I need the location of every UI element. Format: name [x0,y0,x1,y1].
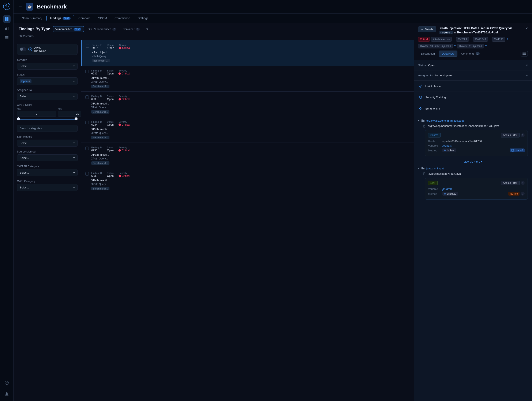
vuln-count: 3892 [74,28,81,31]
table-row[interactable]: Finding ID 6935 Status Open Severity [81,91,414,117]
owasp-select[interactable]: Select... ▾ [17,169,77,176]
tab-comments[interactable]: Comments 0 [458,51,482,57]
tag-plus-6[interactable]: + [485,44,487,48]
svg-rect-11 [5,39,8,39]
sidebar-icon-user[interactable] [3,390,11,398]
tab-scan-summary[interactable]: Scan Summary [19,15,46,21]
link-issue-action[interactable]: Link to Issue [414,81,532,92]
toggle-switch[interactable] [20,47,26,51]
finding-checkbox[interactable] [85,172,89,175]
status-select[interactable]: Open × ▾ [17,78,77,85]
table-row[interactable]: Finding ID 6934 Status Open Severity [81,117,414,143]
tab-description[interactable]: Description [418,51,438,57]
tag-plus-4[interactable]: + [507,37,508,42]
type-tab-container[interactable]: Container 0 [120,26,142,32]
sink-add-filter-button[interactable]: Add as Filter [501,181,519,185]
tag-plus-3[interactable]: + [489,37,491,42]
cvss-range-slider[interactable] [17,118,77,121]
tab-compare[interactable]: Compare [75,15,94,21]
line-badge[interactable]: Line 40 [510,149,525,152]
type-tab-vulnerabilities[interactable]: Vulnerabilities 3892 [53,26,84,32]
assigned-select[interactable]: Select... ▾ [17,93,77,100]
table-row[interactable]: Finding ID 6936 Status Open Severity [81,66,414,91]
svg-rect-10 [5,38,8,38]
cwe-select[interactable]: Select... ▾ [17,184,77,191]
finding-checkbox[interactable] [85,147,89,150]
type-tab-s[interactable]: S [143,26,151,32]
tag-cwe-643[interactable]: CWE 643 [473,37,488,42]
help-icon[interactable]: ? [521,181,525,185]
range-thumb-min[interactable] [17,117,20,120]
app-logo[interactable] [3,3,11,10]
detail-close-button[interactable]: × [526,26,528,31]
view-more-button[interactable]: View 30 more ▾ [418,158,528,165]
source-method-select[interactable]: Select... ▾ [17,154,77,161]
severity-badge: Critical [119,149,130,152]
tab-findings[interactable]: Findings 3892 [46,15,74,21]
finding-checkbox[interactable] [86,44,89,48]
tag-xpath-injection[interactable]: XPath Injection [431,37,452,42]
help-icon[interactable]: ? [521,192,525,196]
tag-owasp-injection[interactable]: OWASP a03-2021-injection [418,44,453,48]
sink-file[interactable]: javax/xml/xpath/XPath.java [418,171,528,176]
route-value: /xpathi-00/BenchmarkTest01736 [443,140,482,143]
tag-plus-1[interactable]: + [453,37,455,42]
range-thumb-max[interactable] [75,117,77,120]
finding-checkbox[interactable] [85,95,89,99]
finding-checkbox[interactable] [85,70,89,73]
tag-cvss[interactable]: CVSS 9 [456,37,469,42]
chevron-down-icon: ▾ [418,167,420,170]
source-add-filter-button[interactable]: Add as Filter [501,133,519,137]
tag-cwe-91[interactable]: CWE 91 [492,37,505,42]
source-folder[interactable]: ▾ org.owasp.benchmark.testcode [418,118,528,123]
svg-rect-3 [7,17,8,19]
tab-compliance[interactable]: Compliance [111,15,133,21]
table-row[interactable]: Finding ID 6937 Status Open Severity [81,40,414,66]
svg-rect-17 [522,53,526,53]
tab-settings[interactable]: Settings [134,15,152,21]
filter-toggle[interactable]: QwietThe Noise [17,44,77,55]
tab-sbom[interactable]: SBOM [95,15,110,21]
search-categories-input[interactable]: Search categories [17,125,77,132]
sink-method-filter: Sink Method Select... ▾ [17,135,77,147]
sidebar-icon-list[interactable] [3,34,11,41]
table-row[interactable]: Finding ID 6933 Status Open Severity [81,143,414,168]
results-count: 3892 results [19,34,409,38]
svg-rect-23 [423,173,425,175]
assigned-section[interactable]: Assigned to: No assignee ▾ [414,71,532,81]
source-badge: Source [428,133,441,137]
detail-tags-row2: OWASP a03-2021-injection + OWASP a1-inje… [418,44,528,48]
back-button[interactable]: ← [19,4,22,9]
comments-count: 0 [475,52,479,55]
detail-header: ← Details XPath Injection: HTTP Data Use… [414,23,532,60]
tag-plus-2[interactable]: + [470,37,472,42]
tag-critical[interactable]: Critical [418,37,430,42]
jira-action[interactable]: Send to Jira [414,103,532,114]
svg-rect-9 [5,36,8,37]
type-tab-oss[interactable]: OSS Vulnerabilities 0 [85,26,119,32]
cvss-max-input[interactable] [58,111,81,117]
sidebar-icon-chart[interactable] [3,25,11,32]
detail-menu-button[interactable] [521,51,528,57]
finding-checkbox[interactable] [85,121,89,124]
sink-method-select[interactable]: Select... ▾ [17,140,77,147]
security-training-action[interactable]: Security Training [414,92,532,103]
severity-select[interactable]: Select... ▾ [17,63,77,70]
detail-back-button[interactable]: ← Details [418,26,436,32]
sink-file-name: javax/xml/xpath/XPath.java [428,172,461,175]
source-folder-name: org.owasp.benchmark.testcode [426,119,465,122]
sidebar-icon-grid[interactable] [3,15,11,23]
tab-data-flow[interactable]: Data Flow [439,51,457,57]
help-icon[interactable]: ? [521,133,525,137]
sidebar-icon-help[interactable]: ? [3,379,11,387]
source-file[interactable]: org/owasp/benchmark/testcode/BenchmarkTe… [418,123,528,128]
sink-folder[interactable]: ▾ javax.xml.xpath [418,165,528,171]
tag-plus-5[interactable]: + [454,44,456,48]
table-row[interactable]: Finding ID 6932 Status Open Severity [81,168,414,194]
findings-body: QwietThe Noise Severity Select... ▾ Stat… [13,40,414,401]
remove-status-tag[interactable]: × [28,80,30,83]
findings-count-badge: 3892 [63,17,70,20]
tag-owasp-a1[interactable]: OWASP a1-injection [457,44,484,48]
status-section[interactable]: Status: Open ▾ [414,60,532,71]
cvss-min-input[interactable] [17,111,56,117]
